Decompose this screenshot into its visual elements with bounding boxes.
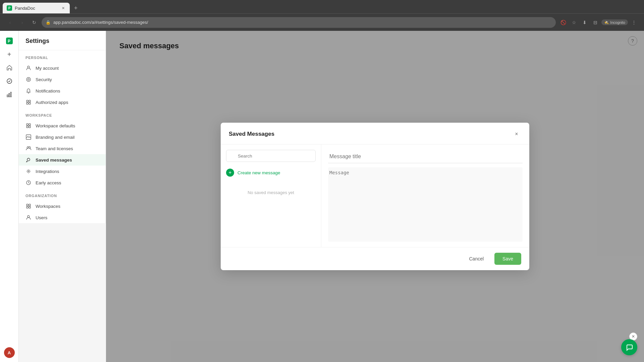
svg-point-18: [27, 147, 29, 148]
browser-chrome: P PandaDoc ✕ + ‹ › ↻ 🔒 app.pandadoc.com/…: [0, 0, 644, 31]
menu-button[interactable]: ⋮: [629, 18, 639, 27]
sidebar-item-users[interactable]: Users: [19, 212, 106, 223]
sidebar-item-integrations-label: Integrations: [36, 169, 59, 174]
chat-widget[interactable]: [621, 339, 637, 355]
sidebar-item-saved-messages[interactable]: Saved messages: [19, 154, 106, 166]
tab-close-button[interactable]: ✕: [60, 5, 66, 11]
sidebar-item-authorized-apps-label: Authorized apps: [36, 100, 68, 105]
security-icon: [25, 76, 32, 82]
svg-point-20: [27, 158, 30, 161]
back-button[interactable]: ‹: [5, 18, 15, 27]
integrations-icon: [25, 168, 32, 174]
analytics-icon[interactable]: [3, 88, 15, 101]
modal-left-panel: + Create new message No saved messages y…: [221, 144, 321, 247]
save-button[interactable]: Save: [494, 253, 521, 265]
sidebar-item-workspaces[interactable]: Workspaces: [19, 200, 106, 212]
tab-favicon: P: [7, 5, 12, 11]
create-new-message-button[interactable]: + Create new message: [221, 166, 321, 179]
settings-sidebar: Settings PERSONAL My account: [19, 31, 106, 223]
forward-button[interactable]: ›: [17, 18, 27, 27]
sidebar-item-integrations[interactable]: Integrations: [19, 166, 106, 177]
modal-close-button[interactable]: ×: [512, 129, 521, 139]
svg-rect-13: [26, 124, 28, 125]
modal-title: Saved Messages: [229, 131, 274, 137]
svg-rect-10: [29, 100, 31, 102]
sidebar-item-notifications-label: Notifications: [36, 88, 60, 94]
sidebar-item-security-label: Security: [36, 77, 52, 82]
nav-actions: 🚫 ☆ ⬇ ⊟ 🕵 Incognito ⋮: [558, 18, 639, 27]
no-messages-text: No saved messages yet: [221, 179, 321, 206]
modal-body: + Create new message No saved messages y…: [221, 144, 529, 247]
svg-point-27: [28, 216, 30, 218]
svg-point-7: [26, 77, 31, 81]
sidebar-item-my-account[interactable]: My account: [19, 62, 106, 74]
icon-sidebar-top: P +: [3, 35, 15, 346]
modal-footer: Cancel Save: [221, 247, 529, 270]
sidebar-item-notifications[interactable]: Notifications: [19, 85, 106, 97]
svg-rect-16: [29, 126, 31, 128]
svg-rect-15: [26, 126, 28, 128]
sidebar-item-security[interactable]: Security: [19, 74, 106, 85]
sidebar-item-early-access[interactable]: Early access: [19, 177, 106, 188]
personal-section-label: PERSONAL: [19, 50, 106, 62]
add-button[interactable]: +: [3, 48, 15, 60]
icon-sidebar-bottom: A: [4, 347, 15, 358]
download-icon[interactable]: ⬇: [580, 18, 589, 27]
modal-backdrop[interactable]: Saved Messages ×: [106, 31, 644, 362]
cancel-button[interactable]: Cancel: [462, 253, 490, 265]
app-logo[interactable]: P: [3, 35, 15, 47]
new-tab-button[interactable]: +: [71, 3, 80, 13]
active-tab[interactable]: P PandaDoc ✕: [3, 3, 70, 13]
sidebar-item-team-label: Team and licenses: [36, 146, 73, 151]
search-wrap: [221, 150, 321, 166]
sidebar-item-users-label: Users: [36, 215, 47, 220]
main-content: Saved messages ? Saved Messages ×: [106, 31, 644, 362]
svg-point-6: [28, 66, 30, 68]
tab-bar: P PandaDoc ✕ +: [0, 0, 644, 13]
incognito-badge: 🕵 Incognito: [601, 19, 628, 25]
workspaces-icon: [25, 203, 32, 209]
sidebar-item-team[interactable]: Team and licenses: [19, 143, 106, 154]
eye-off-icon[interactable]: 🚫: [558, 18, 568, 27]
svg-rect-25: [26, 206, 28, 208]
sidebar-item-branding[interactable]: Branding and email: [19, 131, 106, 143]
svg-rect-4: [9, 94, 10, 97]
svg-point-19: [29, 147, 31, 148]
notifications-icon: [25, 88, 32, 94]
authorized-apps-icon: [25, 99, 32, 105]
app-container: P +: [0, 31, 644, 362]
icon-sidebar: P +: [0, 31, 19, 362]
search-input[interactable]: [226, 150, 316, 162]
sidebar-toggle-icon[interactable]: ⊟: [591, 18, 600, 27]
sidebar-item-workspaces-label: Workspaces: [36, 204, 60, 209]
bookmark-icon[interactable]: ☆: [569, 18, 579, 27]
url-text: app.pandadoc.com/a/#settings/saved-messa…: [53, 20, 552, 25]
check-icon[interactable]: [3, 75, 15, 87]
account-icon: [25, 65, 32, 71]
message-body-input[interactable]: [328, 167, 523, 242]
workspace-defaults-icon: [25, 123, 32, 129]
sidebar-item-workspace-defaults[interactable]: Workspace defaults: [19, 120, 106, 131]
svg-rect-5: [10, 92, 11, 97]
reload-button[interactable]: ↻: [30, 18, 39, 27]
nav-bar: ‹ › ↻ 🔒 app.pandadoc.com/a/#settings/sav…: [0, 13, 644, 31]
home-icon[interactable]: [3, 62, 15, 74]
tab-title: PandaDoc: [15, 6, 58, 11]
sidebar-item-my-account-label: My account: [36, 66, 59, 71]
early-access-icon: [25, 180, 32, 186]
sidebar-item-authorized-apps[interactable]: Authorized apps: [19, 97, 106, 108]
svg-text:P: P: [8, 39, 10, 44]
search-input-wrap: [226, 150, 316, 162]
create-new-label: Create new message: [237, 170, 280, 175]
svg-point-21: [28, 171, 29, 172]
users-icon: [25, 215, 32, 221]
branding-icon: [25, 134, 32, 140]
settings-header: Settings: [19, 31, 106, 50]
user-avatar[interactable]: A: [4, 347, 15, 358]
sidebar-item-branding-label: Branding and email: [36, 135, 74, 140]
sidebar-item-early-access-label: Early access: [36, 180, 61, 185]
modal-header: Saved Messages ×: [221, 123, 529, 144]
message-title-input[interactable]: [328, 150, 523, 163]
address-bar[interactable]: 🔒 app.pandadoc.com/a/#settings/saved-mes…: [42, 17, 556, 28]
svg-rect-12: [29, 103, 31, 104]
